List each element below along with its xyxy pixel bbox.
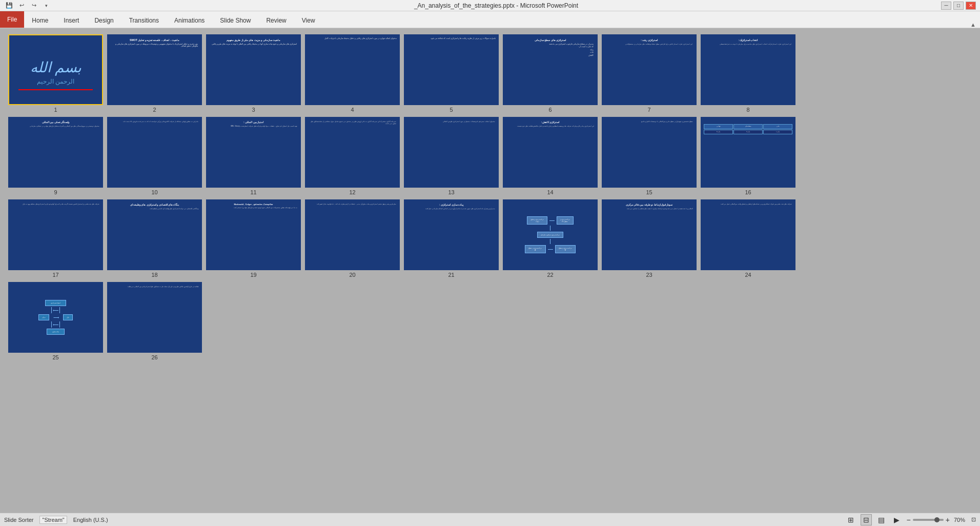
slide-item-3[interactable]: ماهیت سازمانی و مزیت های ملی از طریق مفه… bbox=[206, 34, 301, 113]
slide-row-4: اصل استراتژی ⟵ مرکز ⟶ بازار bbox=[8, 282, 972, 360]
slide-thumb-26[interactable]: فعالیت در خارج از کشور چالش های ویژه ای … bbox=[107, 282, 202, 353]
slide-item-2[interactable]: ماهیت ، اهداف ، فلسفه تجزیه و تحلیل SWOT… bbox=[107, 34, 202, 113]
slide-thumb-10[interactable]: بنابراین به منظور رفع این مشکله از شرکت … bbox=[107, 117, 202, 188]
slide-thumb-12[interactable]: سرمایه گذاری مشترک: این سرمایه گذاری به … bbox=[305, 117, 400, 188]
slide-thumb-14[interactable]: استراتژی کاهش: این استراتژی زمانی کاربرد… bbox=[503, 117, 598, 188]
tab-review[interactable]: Review bbox=[258, 12, 294, 28]
tab-home[interactable]: Home bbox=[24, 12, 56, 28]
slide-thumb-9[interactable]: وابستگی تسلی بین المللی محتوای توضیحی در… bbox=[8, 117, 103, 188]
slide-thumb-7[interactable]: استراتژی رشد : این استراتژی عبارت است از… bbox=[602, 34, 697, 105]
slide-item-10[interactable]: بنابراین به منظور رفع این مشکله از شرکت … bbox=[107, 117, 202, 195]
tab-file[interactable]: File bbox=[0, 11, 24, 28]
slide-item-5[interactable]: پاسخ به سوالات زیر مزیتی از نظریه رقابت … bbox=[404, 34, 499, 113]
slide-thumb-15[interactable]: سطح تخصیص و سهم بازار در سطح ملی و بین ا… bbox=[602, 117, 697, 188]
slide-thumb-4[interactable]: محتوای اسلاید چهارم در مورد استراتژی های… bbox=[305, 34, 400, 105]
slide-thumb-20[interactable]: سازمان و رهبر در چهار چشم استراتژی و پیا… bbox=[305, 199, 400, 270]
fit-slide-btn[interactable]: ⊡ bbox=[971, 516, 976, 523]
slide-num-9: 9 bbox=[54, 189, 57, 195]
view-slideshow-btn[interactable]: ▶ bbox=[891, 514, 903, 525]
tab-view[interactable]: View bbox=[294, 12, 323, 28]
slide-num-17: 17 bbox=[52, 272, 58, 278]
slide-thumb-18[interactable]: بنگاه های اقتصادی و استراتژی های وظیفه ا… bbox=[107, 199, 202, 270]
slide-item-18[interactable]: بنگاه های اقتصادی و استراتژی های وظیفه ا… bbox=[107, 199, 202, 278]
slide-num-8: 8 bbox=[746, 107, 749, 113]
slide-thumb-25[interactable]: اصل استراتژی ⟵ مرکز ⟶ بازار bbox=[8, 282, 103, 353]
slide-item-24[interactable]: شرکت های چند ملیتی بین بلوک عملکردی و زی… bbox=[701, 199, 795, 278]
tab-transitions[interactable]: Transitions bbox=[121, 12, 167, 28]
maximize-btn[interactable]: □ bbox=[953, 2, 964, 10]
slide-thumb-22[interactable]: برنامه ریزی در طولتولید برنامه ریزی درسط… bbox=[503, 199, 598, 270]
slide-num-22: 22 bbox=[547, 272, 553, 278]
slide-thumb-24[interactable]: شرکت های چند ملیتی بین بلوک عملکردی و زی… bbox=[701, 199, 795, 270]
view-sorter-btn[interactable]: ⊟ bbox=[861, 514, 872, 525]
slide-item-6[interactable]: استراتژی های سطح سازمانی مدیران در سطح س… bbox=[503, 34, 598, 113]
ribbon-tabs: File Home Insert Design Transitions Anim… bbox=[0, 11, 980, 28]
tab-slideshow[interactable]: Slide Show bbox=[212, 12, 258, 28]
undo-quick-btn[interactable]: ↩ bbox=[16, 1, 27, 11]
tab-design[interactable]: Design bbox=[87, 12, 121, 28]
slide-num-21: 21 bbox=[448, 272, 454, 278]
slide-item-23[interactable]: نمودار فوق ارتباط دو طرفه بین دفاتر مرکز… bbox=[602, 199, 697, 278]
slide-num-20: 20 bbox=[349, 272, 355, 278]
slide-item-26[interactable]: فعالیت در خارج از کشور چالش های ویژه ای … bbox=[107, 282, 202, 360]
zoom-level: 70% bbox=[954, 517, 965, 523]
zoom-in-btn[interactable]: + bbox=[946, 516, 950, 524]
slide-thumb-23[interactable]: نمودار فوق ارتباط دو طرفه بین دفاتر مرکز… bbox=[602, 199, 697, 270]
close-btn[interactable]: ✕ bbox=[966, 2, 976, 10]
slide-num-12: 12 bbox=[349, 189, 355, 195]
tab-animations[interactable]: Animations bbox=[167, 12, 212, 28]
slide-num-7: 7 bbox=[647, 107, 650, 113]
slide-item-7[interactable]: استراتژی رشد : این استراتژی عبارت است از… bbox=[602, 34, 697, 113]
zoom-slider[interactable] bbox=[913, 519, 944, 521]
redo-quick-btn[interactable]: ↪ bbox=[29, 1, 39, 11]
slide-thumb-21[interactable]: پیاده سازی استراتژی : مدیران و رهبران با… bbox=[404, 199, 499, 270]
title-bar: 💾 ↩ ↪ ▾ _An_analysis_of_the_strategies.p… bbox=[0, 0, 980, 11]
slide-num-11: 11 bbox=[250, 189, 256, 195]
slide-item-22[interactable]: برنامه ریزی در طولتولید برنامه ریزی درسط… bbox=[503, 199, 598, 278]
status-language[interactable]: English (U.S.) bbox=[73, 517, 108, 523]
slide-item-21[interactable]: پیاده سازی استراتژی : مدیران و رهبران با… bbox=[404, 199, 499, 278]
slide-thumb-11[interactable]: امتیاز بین المللی : جهت کسب حل امتیاز از… bbox=[206, 117, 301, 188]
minimize-btn[interactable]: ─ bbox=[941, 2, 951, 10]
slide-thumb-1[interactable]: بسم الله الرحمن الرحیم bbox=[8, 34, 103, 105]
slide-num-13: 13 bbox=[448, 189, 454, 195]
slide-thumb-17[interactable]: شرکت های چندملیتی در استقرار کشور هستند … bbox=[8, 199, 103, 270]
view-reading-btn[interactable]: ▤ bbox=[876, 514, 887, 525]
slide-thumb-3[interactable]: ماهیت سازمانی و مزیت های ملی از طریق مفه… bbox=[206, 34, 301, 105]
status-stream[interactable]: "Stream" bbox=[39, 516, 67, 524]
slide-item-15[interactable]: سطح تخصیص و سهم بازار در سطح ملی و بین ا… bbox=[602, 117, 697, 195]
slide-num-4: 4 bbox=[351, 107, 354, 113]
slide-thumb-5[interactable]: پاسخ به سوالات زیر مزیتی از نظریه رقابت … bbox=[404, 34, 499, 105]
slide-item-12[interactable]: سرمایه گذاری مشترک: این سرمایه گذاری به … bbox=[305, 117, 400, 195]
slide-thumb-13[interactable]: محتوای اسلاید سیزدهم با توضیحات مفصل در … bbox=[404, 117, 499, 188]
save-quick-btn[interactable]: 💾 bbox=[4, 1, 14, 11]
slide-item-9[interactable]: وابستگی تسلی بین المللی محتوای توضیحی در… bbox=[8, 117, 103, 195]
slide-thumb-2[interactable]: ماهیت ، اهداف ، فلسفه تجزیه و تحلیل SWOT… bbox=[107, 34, 202, 105]
slide-num-15: 15 bbox=[646, 189, 652, 195]
slide-item-16[interactable]: ملی منطقه‌ای جهانی داده۱ داده۲ داده۳ 16 bbox=[701, 117, 795, 195]
zoom-control: − + 70% bbox=[907, 516, 965, 524]
status-left: Slide Sorter "Stream" English (U.S.) bbox=[4, 516, 108, 524]
slide-num-16: 16 bbox=[745, 189, 751, 195]
slide-thumb-19[interactable]: Mcdonald , Colger , golmolee ,Catepillar… bbox=[206, 199, 301, 270]
slide-item-14[interactable]: استراتژی کاهش: این استراتژی زمانی کاربرد… bbox=[503, 117, 598, 195]
slide-item-17[interactable]: شرکت های چندملیتی در استقرار کشور هستند … bbox=[8, 199, 103, 278]
slide-item-25[interactable]: اصل استراتژی ⟵ مرکز ⟶ بازار bbox=[8, 282, 103, 360]
view-normal-btn[interactable]: ⊞ bbox=[845, 514, 856, 525]
slide-num-23: 23 bbox=[646, 272, 652, 278]
slide-item-1[interactable]: بسم الله الرحمن الرحیم 1 bbox=[8, 34, 103, 113]
slide-item-19[interactable]: Mcdonald , Colger , golmolee ,Catepillar… bbox=[206, 199, 301, 278]
slide-item-13[interactable]: محتوای اسلاید سیزدهم با توضیحات مفصل در … bbox=[404, 117, 499, 195]
slide-thumb-8[interactable]: انتخاب استراتژیک: این استراتژی عبارت است… bbox=[701, 34, 795, 105]
zoom-out-btn[interactable]: − bbox=[907, 516, 911, 524]
slide-item-8[interactable]: انتخاب استراتژیک: این استراتژی عبارت است… bbox=[701, 34, 795, 113]
slide-item-11[interactable]: امتیاز بین المللی : جهت کسب حل امتیاز از… bbox=[206, 117, 301, 195]
tab-insert[interactable]: Insert bbox=[56, 12, 87, 28]
customize-quick-btn[interactable]: ▾ bbox=[41, 1, 51, 11]
slide-row-1: بسم الله الرحمن الرحیم 1 ماهیت ، اهداف ،… bbox=[8, 34, 972, 113]
slide-item-4[interactable]: محتوای اسلاید چهارم در مورد استراتژی های… bbox=[305, 34, 400, 113]
slide-thumb-6[interactable]: استراتژی های سطح سازمانی مدیران در سطح س… bbox=[503, 34, 598, 105]
slide-thumb-16[interactable]: ملی منطقه‌ای جهانی داده۱ داده۲ داده۳ bbox=[701, 117, 795, 188]
slide-num-24: 24 bbox=[745, 272, 751, 278]
slide-item-20[interactable]: سازمان و رهبر در چهار چشم استراتژی و پیا… bbox=[305, 199, 400, 278]
